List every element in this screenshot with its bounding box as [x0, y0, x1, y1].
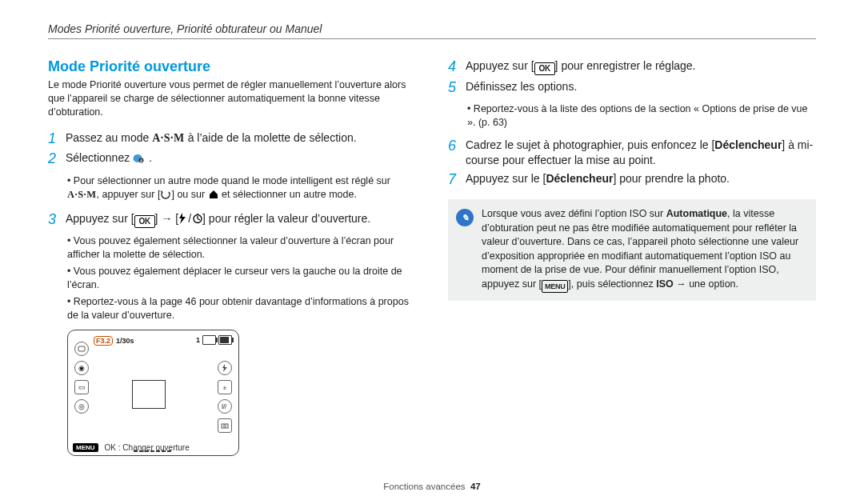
sd-card-icon: [202, 335, 216, 345]
text: → une option.: [674, 278, 738, 290]
step-4: Appuyez sur [OK] pour enregistrer le rég…: [466, 58, 816, 75]
step-number: 3: [48, 211, 66, 229]
step-6: Cadrez le sujet à photographier, puis en…: [466, 138, 816, 168]
intro-paragraph: Le mode Priorité ouverture vous permet d…: [48, 78, 416, 119]
list-item: Pour sélectionner un autre mode quand le…: [67, 174, 416, 203]
left-icon-column: ◉ ▭ ◎: [74, 342, 89, 414]
text: .: [149, 151, 152, 164]
asm-glyph: A·S·M: [152, 132, 185, 144]
running-header: Modes Priorité ouverture, Priorité obtur…: [48, 22, 816, 35]
text: Appuyez sur [: [66, 212, 134, 225]
house-icon: [208, 190, 219, 203]
step-5-subnotes: Reportez-vous à la liste des options de …: [448, 102, 816, 130]
ev-icon: ±: [218, 380, 232, 394]
steps-left: 1 Passez au mode A·S·M à l’aide de la mo…: [48, 130, 416, 168]
step-number: 1: [48, 130, 66, 148]
step-number: 7: [448, 171, 466, 189]
note-body: Lorsque vous avez défini l’option ISO su…: [482, 207, 806, 293]
step-number: 5: [448, 79, 466, 97]
lens-mode-icon: ◉: [74, 361, 89, 375]
flash-mode-icon: [218, 361, 232, 375]
text: ] pour enregistrer le réglage.: [555, 59, 696, 72]
svg-rect-6: [78, 346, 85, 351]
step-5: Définissez les options.: [466, 79, 816, 94]
frame-icon: ▭: [74, 380, 89, 394]
text: à l’aide de la molette de sélection.: [188, 131, 357, 144]
shot-count: 1: [196, 336, 200, 344]
list-item: Vous pouvez également déplacer le curseu…: [67, 265, 416, 292]
shutter-bold: Déclencheur: [714, 138, 782, 151]
ok-button-glyph: OK: [534, 62, 555, 75]
text: Appuyez sur le [: [466, 172, 546, 185]
steps-right: 4 Appuyez sur [OK] pour enregistrer le r…: [448, 58, 816, 96]
shutter-speed: 1/30s: [116, 337, 134, 345]
step-2: Sélectionnez A .: [66, 150, 416, 166]
text: Cadrez le sujet à photographier, puis en…: [466, 138, 714, 151]
step-number: 6: [448, 138, 466, 155]
camera-qs-icon: [218, 418, 232, 433]
iso-bold: ISO: [656, 278, 674, 290]
step-3: Appuyez sur [OK] → [ / ] pour régler la …: [66, 211, 416, 228]
header-rule: [48, 38, 816, 39]
fstop-badge: F3.2: [94, 336, 113, 346]
camera-preview-figure: F3.2 1/30s 1 ◉ ▭ ◎: [67, 330, 239, 456]
text: Lorsque vous avez défini l’option ISO su…: [482, 208, 666, 219]
content-columns: Mode Priorité ouverture Le mode Priorité…: [48, 58, 816, 456]
list-item: Vous pouvez également sélectionner la va…: [67, 234, 416, 262]
text: Passez au mode: [66, 131, 152, 144]
menu-button-glyph: MENU: [542, 280, 568, 293]
page-footer: Fonctions avancées 47: [0, 482, 864, 491]
text: Sélectionnez: [66, 151, 133, 164]
section-heading: Mode Priorité ouverture: [48, 58, 416, 75]
step-1: Passez au mode A·S·M à l’aide de la mole…: [66, 130, 416, 146]
step-number: 2: [48, 150, 66, 168]
ok-button-glyph: OK: [134, 215, 155, 228]
steps-left-3: 3 Appuyez sur [OK] → [ / ] pour régler l…: [48, 211, 416, 229]
text: Pour sélectionner un autre mode quand le…: [74, 175, 390, 186]
mode-icon: [74, 342, 89, 356]
target-icon: ◎: [74, 399, 89, 414]
auto-bold: Automatique: [666, 208, 727, 219]
steps-right-6: 6 Cadrez le sujet à photographier, puis …: [448, 138, 816, 188]
text: et sélectionner un autre mode.: [219, 189, 357, 200]
list-item: Reportez-vous à la page 46 pour obtenir …: [67, 295, 416, 322]
footer-section: Fonctions avancées: [383, 482, 465, 491]
left-column: Mode Priorité ouverture Le mode Priorité…: [48, 58, 416, 456]
info-icon: ✎: [456, 209, 474, 226]
menu-pill: MENU: [73, 443, 98, 452]
preview-top-right: 1: [196, 335, 232, 345]
right-column: 4 Appuyez sur [OK] pour enregistrer le r…: [448, 58, 816, 456]
svg-line-5: [198, 219, 200, 221]
shutter-bold: Déclencheur: [546, 172, 613, 185]
right-icon-column: ±: [218, 361, 232, 433]
step-number: 4: [448, 58, 466, 76]
text: ] pour régler la valeur d’ouverture.: [202, 212, 370, 225]
asm-glyph: A·S·M: [67, 189, 97, 200]
manual-page: Modes Priorité ouverture, Priorité obtur…: [0, 0, 864, 504]
mode-a-icon: A: [133, 152, 146, 162]
step-7: Appuyez sur le [Déclencheur] pour prendr…: [466, 171, 816, 186]
text: ] pour prendre la photo.: [613, 172, 730, 185]
preview-bottom-bar: MENU OK : Changer ouverture: [73, 443, 190, 452]
svg-point-8: [224, 425, 226, 427]
step-2-subnotes: Pour sélectionner un autre mode quand le…: [48, 174, 416, 203]
text: ] ou sur: [171, 189, 207, 200]
text: Appuyez sur [: [466, 59, 534, 72]
flash-timer-icon: /: [178, 211, 202, 226]
back-icon: [160, 190, 171, 203]
ok-caption: OK : Changer ouverture: [105, 443, 190, 452]
text: , la vitesse d’obturation peut ne pas êt…: [482, 208, 798, 290]
page-number: 47: [470, 482, 481, 491]
text: , appuyer sur [: [97, 189, 161, 200]
arrow-glyph: →: [161, 212, 172, 225]
step-3-subnotes: Vous pouvez également sélectionner la va…: [48, 234, 416, 322]
stabilizer-icon: [218, 399, 232, 414]
af-frame: [132, 380, 166, 409]
battery-icon: [218, 335, 232, 345]
list-item: Reportez-vous à la liste des options de …: [467, 102, 816, 130]
text: ], puis sélectionnez: [568, 278, 656, 290]
info-note: ✎ Lorsque vous avez défini l’option ISO …: [448, 199, 816, 301]
